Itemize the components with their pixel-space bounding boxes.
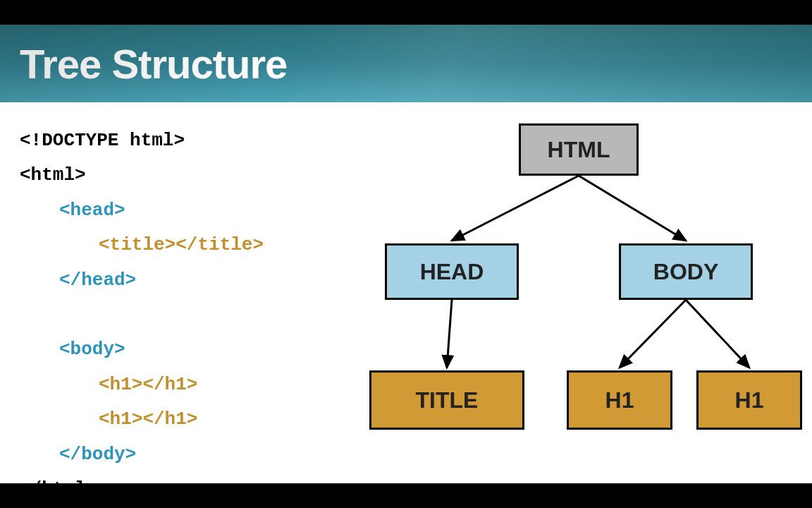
tree-edge bbox=[447, 300, 452, 368]
code-line: <h1></h1> bbox=[20, 402, 264, 437]
tree-diagram: HTMLHEADBODYTITLEH1H1 bbox=[352, 109, 804, 476]
code-text: </body> bbox=[59, 444, 136, 465]
code-text: <h1></h1> bbox=[99, 409, 197, 430]
tree-node-head: HEAD bbox=[385, 243, 519, 300]
slide-title: Tree Structure bbox=[20, 40, 287, 87]
code-block: <!DOCTYPE html><html><head><title></titl… bbox=[20, 123, 264, 507]
tree-edge bbox=[452, 176, 579, 241]
code-text: <h1></h1> bbox=[99, 374, 197, 395]
code-line: <head> bbox=[20, 193, 264, 228]
code-line: </head> bbox=[20, 263, 264, 298]
code-text: <head> bbox=[59, 200, 125, 221]
tree-node-h1a: H1 bbox=[567, 370, 672, 430]
code-line: <html> bbox=[20, 158, 264, 193]
code-line: <body> bbox=[20, 332, 264, 367]
slide: Tree Structure <!DOCTYPE html><html><hea… bbox=[0, 25, 812, 483]
code-line: <h1></h1> bbox=[20, 368, 264, 402]
code-line: <title></title> bbox=[20, 228, 264, 262]
tree-node-h1b: H1 bbox=[696, 370, 802, 430]
code-line: <!DOCTYPE html> bbox=[20, 123, 264, 158]
tree-node-title: TITLE bbox=[369, 370, 524, 430]
code-text: <body> bbox=[59, 339, 125, 360]
code-text: <html> bbox=[20, 164, 86, 186]
tree-edge bbox=[686, 300, 749, 368]
tree-node-body: BODY bbox=[619, 243, 753, 300]
tree-edge bbox=[620, 300, 686, 368]
slide-header: Tree Structure bbox=[0, 25, 812, 102]
code-text: </head> bbox=[59, 270, 136, 291]
code-text: <title></title> bbox=[99, 234, 264, 255]
code-line: </html> bbox=[20, 472, 264, 507]
slide-content: <!DOCTYPE html><html><head><title></titl… bbox=[0, 102, 812, 483]
code-text: <!DOCTYPE html> bbox=[20, 130, 185, 151]
code-text: </html> bbox=[20, 478, 97, 500]
tree-edge bbox=[579, 176, 686, 241]
code-line: </body> bbox=[20, 437, 264, 472]
code-line bbox=[20, 298, 264, 332]
tree-node-html: HTML bbox=[519, 123, 639, 176]
